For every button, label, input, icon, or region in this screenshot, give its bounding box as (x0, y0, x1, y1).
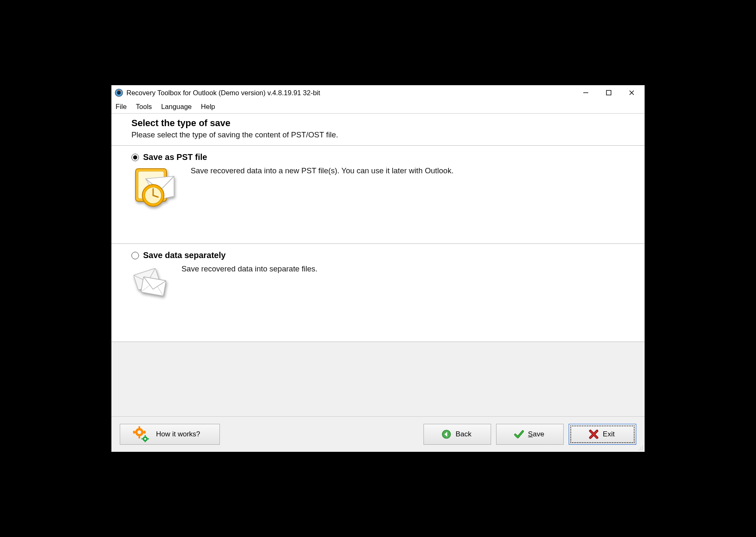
menu-bar: File Tools Language Help (111, 100, 645, 114)
menu-help[interactable]: Help (201, 103, 215, 111)
svg-rect-29 (147, 438, 149, 440)
how-it-works-button[interactable]: How it works? (120, 424, 220, 445)
outlook-pst-icon (133, 166, 179, 208)
page-subtitle: Please select the type of saving the con… (131, 130, 625, 139)
footer-bar: How it works? Back (111, 416, 645, 452)
svg-rect-27 (145, 441, 146, 442)
svg-rect-17 (139, 436, 140, 438)
svg-point-25 (144, 438, 146, 440)
svg-rect-13 (141, 277, 166, 296)
menu-language[interactable]: Language (161, 103, 192, 111)
svg-rect-16 (139, 426, 140, 428)
gears-icon (133, 426, 149, 442)
svg-rect-3 (606, 91, 611, 95)
app-icon (115, 89, 123, 97)
option-label: Save as PST file (143, 152, 207, 162)
close-x-icon (589, 429, 599, 439)
radio-save-separately[interactable] (131, 252, 139, 259)
svg-point-15 (138, 431, 141, 434)
page-title: Select the type of save (131, 118, 625, 129)
resize-grip[interactable] (638, 445, 643, 451)
option-save-separately[interactable]: Save data separately (111, 244, 645, 342)
option-label: Save data separately (143, 251, 226, 260)
page-header: Select the type of save Please select th… (111, 114, 645, 146)
button-label: How it works? (156, 430, 200, 438)
options-panel: Save as PST file (111, 146, 645, 416)
svg-point-35 (640, 449, 641, 450)
svg-point-36 (642, 449, 643, 450)
save-button[interactable]: Save (496, 424, 564, 445)
svg-rect-28 (141, 438, 143, 440)
title-bar: Recovery Toolbox for Outlook (Demo versi… (111, 85, 645, 100)
svg-point-34 (639, 449, 640, 450)
option-description: Save recovered data into a new PST file(… (191, 166, 454, 208)
svg-rect-26 (145, 435, 146, 437)
back-button[interactable]: Back (423, 424, 491, 445)
envelopes-icon (133, 264, 170, 299)
button-label: Back (456, 430, 471, 438)
menu-file[interactable]: File (116, 103, 127, 111)
arrow-left-icon (441, 429, 451, 439)
svg-point-33 (642, 448, 643, 448)
svg-point-31 (642, 446, 643, 447)
app-window: Recovery Toolbox for Outlook (Demo versi… (111, 85, 645, 452)
minimize-button[interactable] (574, 86, 597, 99)
menu-tools[interactable]: Tools (136, 103, 152, 111)
window-title: Recovery Toolbox for Outlook (Demo versi… (126, 89, 320, 97)
maximize-button[interactable] (597, 86, 620, 99)
button-label: Save (528, 430, 544, 438)
option-description: Save recovered data into separate files. (181, 264, 318, 299)
close-button[interactable] (620, 86, 643, 99)
exit-button[interactable]: Exit (569, 424, 636, 445)
radio-save-as-pst[interactable] (131, 154, 139, 161)
button-label: Exit (603, 430, 615, 438)
option-save-as-pst[interactable]: Save as PST file (111, 146, 645, 244)
svg-point-32 (640, 448, 641, 448)
check-icon (514, 429, 524, 439)
